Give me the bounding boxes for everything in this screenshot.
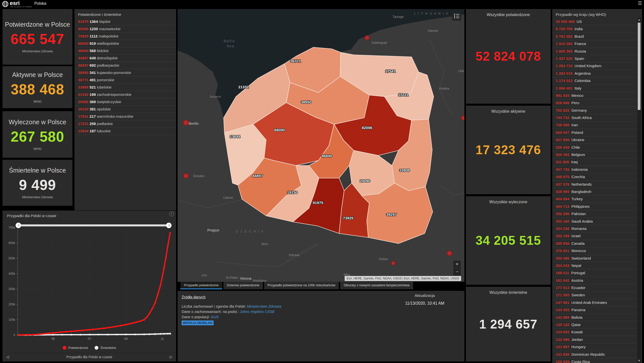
- country-row[interactable]: 204 242Nepal: [552, 262, 642, 269]
- country-row[interactable]: 352 160Saudi Arabia: [552, 218, 642, 225]
- map-tab-0[interactable]: Przypadki potwierdzone: [180, 282, 222, 289]
- voivodeship-row[interactable]: 73925 1112 małopolskie: [74, 33, 176, 40]
- country-row[interactable]: 10 555 469US: [552, 18, 642, 25]
- source-link[interactable]: Johns Hopkins CSSE: [240, 310, 275, 314]
- stat-title: Potwierdzone w Polsce: [5, 21, 70, 28]
- country-list-scrollbar[interactable]: ▲ ▼: [637, 18, 641, 363]
- map-legend-icon[interactable]: [452, 12, 461, 21]
- hamburger-menu-icon[interactable]: ☰: [638, 1, 642, 6]
- country-row[interactable]: 285 936Canada: [552, 240, 642, 247]
- country-row[interactable]: 428 965Bangladesh: [552, 188, 642, 195]
- country-row[interactable]: 134 932Kuwait: [552, 329, 642, 336]
- country-row[interactable]: 135 132Qatar: [552, 321, 642, 329]
- source-link[interactable]: Ministerstwo Zdrowia: [247, 304, 281, 308]
- country-row[interactable]: 131 636Dominican Republic: [552, 351, 642, 358]
- voivodeship-row[interactable]: 44897 649 dolnośląskie: [74, 55, 176, 62]
- country-row[interactable]: 1 066 401Italy: [552, 85, 642, 92]
- poland-map[interactable]: BalticSeaL I T H U A N I ATauragėKaunasK…: [178, 9, 464, 282]
- voivodeship-row[interactable]: 91975 1364 śląskie: [74, 18, 176, 25]
- voivodeship-row[interactable]: 33908 521 lubelskie: [74, 84, 176, 91]
- case-bubble-4: [447, 251, 452, 256]
- source-link[interactable]: GUS: [211, 315, 219, 319]
- map-label-prague: Prague: [207, 228, 219, 232]
- map-tab-1[interactable]: Dzienne potwierdzone: [223, 282, 263, 289]
- country-row[interactable]: 171 365Sweden: [552, 292, 642, 299]
- map-tab-3[interactable]: Obszary z nowymi zasadami bezpieczeństwa: [340, 282, 413, 289]
- stat-value: 9 499: [19, 177, 56, 193]
- country-row[interactable]: 1 284 519Argentina: [552, 70, 642, 77]
- legend-item[interactable]: Potwierdzone: [63, 346, 88, 350]
- country-row[interactable]: 457 735Indonesia: [552, 166, 642, 173]
- country-row[interactable]: 1 293 715United Kingdom: [552, 62, 642, 70]
- svg-text:09: 09: [124, 337, 128, 341]
- country-row[interactable]: 352 296Pakistan: [552, 210, 642, 218]
- country-row[interactable]: 1 174 012Colombia: [552, 77, 642, 85]
- country-row[interactable]: 526 438Chile: [552, 144, 642, 151]
- header-bar: esri THE SCIENCE OF WHERE Polska ☰: [0, 0, 644, 8]
- country-row[interactable]: 142 889Bolivia: [552, 314, 642, 321]
- stat-panel-0: Potwierdzone w Polsce665 547Ministerstwo…: [3, 9, 72, 65]
- stat-title: Wszystkie potwierdzone: [487, 13, 530, 17]
- country-row[interactable]: 744 732South Africa: [552, 114, 642, 122]
- map-label-liberec: Liberec: [223, 196, 233, 199]
- country-row[interactable]: 177 513Ecuador: [552, 284, 642, 292]
- voivodeship-row[interactable]: 68000 919 wielkopolskie: [74, 40, 176, 47]
- country-row[interactable]: 8 728 795India: [552, 25, 642, 33]
- legend-item[interactable]: Śmiertelne: [95, 346, 116, 350]
- country-row[interactable]: 665 547Poland: [552, 129, 642, 136]
- country-row[interactable]: 726 585Iran: [552, 122, 642, 129]
- country-row[interactable]: 334 236Romania: [552, 225, 642, 232]
- scroll-down-icon[interactable]: ▼: [637, 359, 641, 362]
- voivodeship-row[interactable]: 19150 381 opolskie: [74, 106, 176, 113]
- country-row[interactable]: 147 961United Arab Emirates: [552, 299, 642, 306]
- country-row[interactable]: 762 832Germany: [552, 107, 642, 114]
- voivodeship-row[interactable]: 39297 692 podkarpackie: [74, 62, 176, 69]
- scrollbar-thumb[interactable]: [638, 23, 640, 110]
- country-row[interactable]: 250 396Switzerland: [552, 255, 642, 262]
- country-row[interactable]: 5 781 582Brazil: [552, 33, 642, 40]
- voivodeship-row[interactable]: 20090 369 świętokrzyskie: [74, 98, 176, 106]
- voivodeship-row[interactable]: 13644 187 lubuskie: [74, 128, 176, 135]
- country-row[interactable]: 276 821Morocco: [552, 247, 642, 255]
- country-row[interactable]: 520 393Belgium: [552, 151, 642, 158]
- country-row[interactable]: 404 894Turkey: [552, 195, 642, 203]
- map-label-hrodna: Hrodna: [439, 87, 449, 90]
- country-row[interactable]: 198 011Portugal: [552, 269, 642, 277]
- update-timestamp: 11/13/2020, 10:41 AM: [405, 301, 444, 306]
- country-row[interactable]: 404 713Philippines: [552, 203, 642, 210]
- voivodeship-row[interactable]: 17541 217 warmińsko-mazurskie: [74, 113, 176, 120]
- voivodeship-row[interactable]: 46840 568 łódzkie: [74, 47, 176, 55]
- country-row[interactable]: 1 437 220Spain: [552, 55, 642, 62]
- country-row[interactable]: 132 086Jordan: [552, 336, 642, 343]
- stat-panel-1: Aktywne w Polsce388 468WHO: [3, 66, 72, 108]
- voivodeship-row[interactable]: 17221 259 podlaskie: [74, 120, 176, 128]
- next-page-icon[interactable]: ▷: [170, 355, 173, 359]
- scroll-up-icon[interactable]: ▲: [637, 18, 641, 21]
- country-row[interactable]: 511 806Iraq: [552, 158, 642, 166]
- country-row[interactable]: 322 159Israel: [552, 232, 642, 240]
- map-label-kaunas: Kaunas: [428, 29, 438, 32]
- mobile-version-link[interactable]: WERSJA MOBILNA: [182, 320, 214, 325]
- expand-icon[interactable]: +: [169, 212, 174, 216]
- country-row[interactable]: 991 835Mexico: [552, 92, 642, 99]
- voivodeship-row[interactable]: 82006 1230 mazowieckie: [74, 25, 176, 33]
- country-row[interactable]: 446 675Czechia: [552, 173, 642, 181]
- map-label-ostrava: Ostrava: [289, 253, 299, 257]
- map-tab-2[interactable]: Przypadki potwierdzone na 100k mieszkańc…: [264, 282, 339, 289]
- brand-name: esri: [10, 1, 32, 6]
- country-row[interactable]: 527 808Ukraine: [552, 136, 642, 144]
- country-row[interactable]: 1 915 282France: [552, 40, 642, 48]
- map-label-linz: Linz: [202, 273, 207, 277]
- country-row[interactable]: 928 006Peru: [552, 99, 642, 107]
- voivodeship-row[interactable]: 36771 491 pomorskie: [74, 76, 176, 84]
- country-row[interactable]: 1 865 395Russia: [552, 48, 642, 55]
- voivodeship-row[interactable]: 38950 341 kujawsko-pomorskie: [74, 69, 176, 76]
- map-zoom-out-button[interactable]: −: [453, 268, 461, 275]
- country-row[interactable]: 131 887Hungary: [552, 343, 642, 351]
- country-row[interactable]: 120 939Costa Rica: [552, 358, 642, 363]
- map-zoom-in-button[interactable]: +: [453, 261, 461, 268]
- country-row[interactable]: 181 642Austria: [552, 277, 642, 284]
- country-row[interactable]: 143 352Panama: [552, 306, 642, 314]
- voivodeship-row[interactable]: 21332 199 zachodniopomorskie: [74, 91, 176, 98]
- country-row[interactable]: 437 376Netherlands: [552, 181, 642, 188]
